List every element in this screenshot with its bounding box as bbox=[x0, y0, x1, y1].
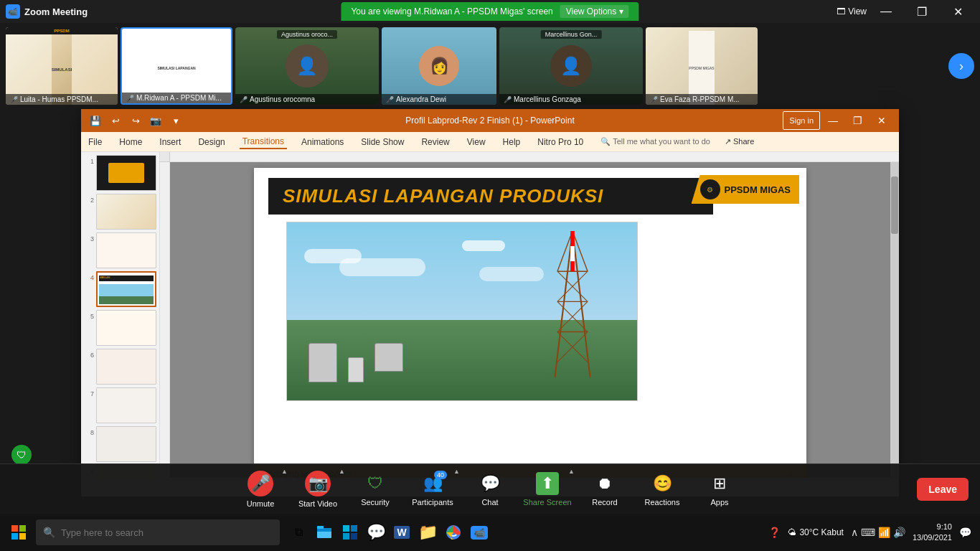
apps-button[interactable]: ⊞ Apps bbox=[691, 466, 748, 512]
close-button[interactable]: ✕ bbox=[941, 0, 974, 23]
slide-canvas-wrapper[interactable]: SIMULASI LAPANGAN PRODUKSI ⚙ PPSDM MIGAS bbox=[170, 162, 890, 478]
tab-design[interactable]: Design bbox=[195, 136, 227, 149]
share-screen-button[interactable]: ⬆ Share Screen ▲ bbox=[519, 466, 576, 512]
taskbar-chrome[interactable] bbox=[440, 519, 466, 545]
tab-help[interactable]: Help bbox=[500, 136, 524, 149]
dropdown-btn[interactable]: ▾ bbox=[167, 112, 184, 129]
video-chevron-icon[interactable]: ▲ bbox=[339, 468, 345, 475]
taskbar-right: ❓ 🌤 30°C Kabut ∧ ⌨ 📶 🔊 9:10 13/09/2021 💬 bbox=[764, 522, 976, 544]
slide-thumb-1[interactable]: 1 bbox=[84, 155, 156, 191]
participants-button[interactable]: 👥 40 Participants ▲ bbox=[404, 466, 461, 512]
tab-slideshow[interactable]: Slide Show bbox=[358, 136, 407, 149]
slide-photo bbox=[286, 222, 638, 401]
participants-next-button[interactable]: › bbox=[948, 53, 974, 79]
share-screen-chevron-icon[interactable]: ▲ bbox=[568, 468, 575, 475]
slide-title: SIMULASI LAPANGAN PRODUKSI bbox=[283, 185, 603, 207]
redo-btn[interactable]: ↪ bbox=[127, 112, 144, 129]
participant-thumb[interactable]: PPSDM SIMULASI 🎤 Luita - Humas PPSDM... bbox=[6, 27, 118, 105]
ppt-quick-access: 💾 ↩ ↪ 📷 ▾ bbox=[87, 112, 184, 129]
participant-video: 👤 bbox=[499, 27, 643, 105]
slide-thumb-4[interactable]: 4 SIMULASI bbox=[84, 271, 156, 307]
tab-insert[interactable]: Insert bbox=[156, 136, 184, 149]
reactions-button[interactable]: 😊 Reactions bbox=[633, 466, 691, 512]
undo-btn[interactable]: ↩ bbox=[107, 112, 124, 129]
minimize-button[interactable]: — bbox=[870, 0, 903, 23]
svg-rect-24 bbox=[351, 525, 357, 532]
share-button[interactable]: ↗ Share bbox=[725, 137, 754, 146]
participant-thumb[interactable]: 👩 🎤 Alexandra Dewi bbox=[382, 27, 496, 105]
oil-tower-svg bbox=[544, 231, 601, 382]
taskbar-word[interactable]: W bbox=[389, 519, 415, 545]
participant-thumb-active[interactable]: SIMULASI LAPANGAN 🎤 M.Ridwan A - PPSDM M… bbox=[121, 27, 232, 105]
ppt-title: Profil Labprod-Rev 2 Finish (1) - PowerP… bbox=[405, 116, 574, 126]
taskbar-explorer[interactable] bbox=[311, 519, 337, 545]
weather-widget[interactable]: 🌤 30°C Kabut bbox=[788, 527, 844, 537]
share-screen-label: Share Screen bbox=[523, 498, 571, 507]
start-button[interactable] bbox=[4, 518, 33, 547]
tab-home[interactable]: Home bbox=[116, 136, 145, 149]
ppt-minimize-btn[interactable]: — bbox=[821, 111, 844, 130]
ppt-window-controls: Sign in — ❐ ✕ bbox=[783, 111, 893, 130]
participants-row: PPSDM SIMULASI 🎤 Luita - Humas PPSDM... … bbox=[0, 23, 980, 109]
tab-animations[interactable]: Animations bbox=[298, 136, 347, 149]
slide-thumb-2[interactable]: 2 bbox=[84, 194, 156, 230]
window-controls: 🗖 View — ❐ ✕ bbox=[837, 0, 974, 23]
slide-thumb-3[interactable]: 3 bbox=[84, 232, 156, 268]
chat-button[interactable]: 💬 Chat bbox=[461, 466, 519, 512]
participant-thumb[interactable]: PPSDM MIGAS 🎤 Eva Faza R-PPSDM M... bbox=[646, 27, 758, 105]
view-label[interactable]: 🗖 View bbox=[837, 0, 867, 23]
svg-rect-26 bbox=[351, 533, 357, 540]
unmute-chevron-icon[interactable]: ▲ bbox=[281, 468, 288, 475]
chat-icon: 💬 bbox=[479, 472, 501, 495]
security-label: Security bbox=[361, 498, 390, 507]
search-icon: 🔍 bbox=[43, 527, 55, 538]
participants-chevron-icon[interactable]: ▲ bbox=[453, 468, 460, 475]
tab-tell-me[interactable]: 🔍 Tell me what you want to do bbox=[598, 136, 713, 148]
zoom-logo-icon: 📹 bbox=[6, 4, 20, 19]
maximize-button[interactable]: ❐ bbox=[905, 0, 938, 23]
save-quick-btn[interactable]: 💾 bbox=[87, 112, 104, 129]
taskbar-search[interactable]: 🔍 bbox=[36, 519, 280, 545]
keyboard-icon: ⌨ bbox=[861, 527, 875, 538]
tab-review[interactable]: Review bbox=[418, 136, 452, 149]
participant-name: 🎤 Luita - Humas PPSDM... bbox=[6, 94, 118, 105]
taskbar-zoom[interactable]: 📹 bbox=[466, 519, 492, 545]
taskbar-chat[interactable]: 💬 bbox=[363, 519, 389, 545]
record-button[interactable]: ⏺ Record bbox=[576, 466, 633, 512]
taskbar-clock[interactable]: 9:10 13/09/2021 bbox=[913, 522, 952, 544]
notification-icon[interactable]: 💬 bbox=[959, 527, 971, 538]
tab-transitions[interactable]: Transitions bbox=[240, 135, 287, 149]
tab-nitro[interactable]: Nitro Pro 10 bbox=[534, 136, 586, 149]
tab-view[interactable]: View bbox=[464, 136, 489, 149]
ppt-close-btn[interactable]: ✕ bbox=[870, 111, 893, 130]
ppt-restore-btn[interactable]: ❐ bbox=[846, 111, 869, 130]
record-icon: ⏺ bbox=[593, 472, 616, 495]
participants-label: Participants bbox=[412, 498, 453, 507]
slide-thumb-5[interactable]: 5 bbox=[84, 310, 156, 346]
taskbar-task-view[interactable]: ⧉ bbox=[286, 519, 311, 545]
slide-thumb-6[interactable]: 6 bbox=[84, 349, 156, 385]
slide-thumb-7[interactable]: 7 bbox=[84, 387, 156, 423]
security-button[interactable]: 🛡 Security bbox=[347, 466, 404, 512]
volume-icon[interactable]: 🔊 bbox=[893, 527, 905, 538]
view-options-button[interactable]: View Options ▾ bbox=[560, 5, 629, 18]
svg-rect-25 bbox=[343, 533, 349, 540]
unmute-button[interactable]: 🎤 Unmute ▲ bbox=[232, 466, 289, 512]
search-input[interactable] bbox=[61, 527, 273, 538]
start-video-button[interactable]: 📷 Start Video ▲ bbox=[289, 466, 347, 512]
camera-btn[interactable]: 📷 bbox=[147, 112, 164, 129]
security-icon: 🛡 bbox=[364, 472, 387, 495]
help-icon[interactable]: ❓ bbox=[768, 527, 781, 538]
participant-thumb[interactable]: 👤 🎤 Agustinus orocomna Agustinus oroco..… bbox=[235, 27, 379, 105]
sign-in-button[interactable]: Sign in bbox=[783, 111, 820, 130]
slide-area: SIMULASI LAPANGAN PRODUKSI ⚙ PPSDM MIGAS bbox=[160, 152, 899, 478]
show-hidden-icons[interactable]: ∧ bbox=[851, 527, 858, 538]
slide-thumb-8[interactable]: 8 bbox=[84, 426, 156, 462]
taskbar-store[interactable] bbox=[337, 519, 363, 545]
leave-button[interactable]: Leave bbox=[917, 478, 969, 501]
participant-thumb[interactable]: 👤 🎤 Marcellinus Gonzaga Marcellinus Gon.… bbox=[499, 27, 643, 105]
tab-file[interactable]: File bbox=[85, 136, 105, 149]
taskbar-files[interactable]: 📁 bbox=[415, 519, 440, 545]
vertical-scrollbar[interactable] bbox=[890, 162, 899, 478]
network-icon[interactable]: 📶 bbox=[878, 527, 890, 538]
